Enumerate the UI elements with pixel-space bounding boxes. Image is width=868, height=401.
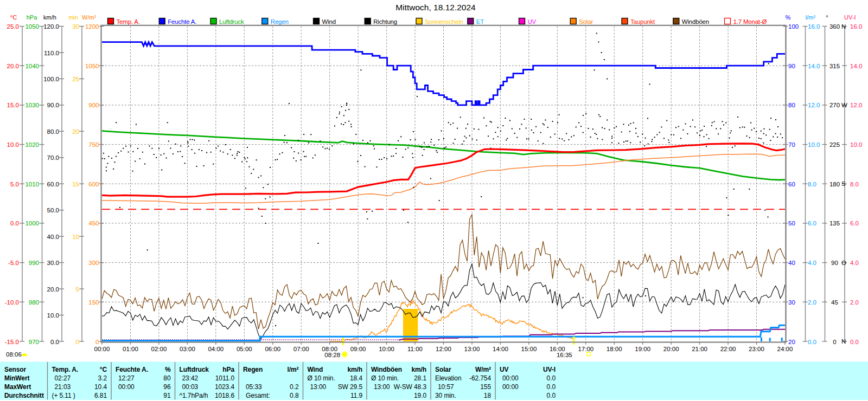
svg-text:13:00: 13:00 bbox=[374, 383, 390, 391]
svg-text:Temp. A.: Temp. A. bbox=[52, 366, 79, 373]
svg-text:15.0: 15.0 bbox=[7, 102, 19, 108]
svg-text:UV-I: UV-I bbox=[844, 14, 856, 21]
svg-text:Regen: Regen bbox=[243, 366, 263, 373]
svg-text:16.0: 16.0 bbox=[850, 23, 862, 30]
svg-text:16:35: 16:35 bbox=[557, 352, 572, 358]
svg-text:14.0: 14.0 bbox=[808, 63, 820, 69]
svg-text:Sensor: Sensor bbox=[4, 366, 27, 373]
svg-text:20: 20 bbox=[72, 128, 79, 135]
svg-text:20:00: 20:00 bbox=[663, 346, 679, 352]
svg-text:30: 30 bbox=[788, 299, 795, 306]
svg-text:Gesamt:: Gesamt: bbox=[246, 392, 270, 399]
svg-text:24:00: 24:00 bbox=[777, 346, 793, 352]
svg-text:70.0: 70.0 bbox=[47, 154, 59, 161]
svg-text:22:00: 22:00 bbox=[720, 346, 736, 352]
svg-text:0.0: 0.0 bbox=[10, 220, 19, 227]
svg-text:10.0: 10.0 bbox=[47, 312, 59, 319]
svg-text:1018.6: 1018.6 bbox=[215, 392, 235, 399]
svg-text:5.0: 5.0 bbox=[10, 181, 19, 187]
svg-text:900: 900 bbox=[88, 102, 99, 108]
svg-text:1040: 1040 bbox=[25, 63, 39, 69]
svg-text:17:00: 17:00 bbox=[578, 346, 593, 352]
svg-text:990: 990 bbox=[29, 260, 39, 266]
svg-text:Solar: Solar bbox=[579, 18, 593, 25]
svg-text:40.0: 40.0 bbox=[47, 234, 59, 240]
svg-text:O: O bbox=[841, 260, 846, 266]
svg-text:%: % bbox=[785, 14, 790, 21]
svg-text:03:00: 03:00 bbox=[180, 346, 195, 352]
svg-text:450: 450 bbox=[88, 220, 99, 227]
svg-text:Elevation: Elevation bbox=[435, 374, 461, 382]
svg-text:19.0: 19.0 bbox=[414, 392, 426, 399]
svg-text:Mittwoch, 18.12.2024: Mittwoch, 18.12.2024 bbox=[395, 3, 476, 12]
svg-text:4.0: 4.0 bbox=[808, 260, 816, 266]
svg-text:MaxWert: MaxWert bbox=[4, 383, 31, 391]
svg-text:km/h: km/h bbox=[347, 366, 362, 373]
svg-text:135: 135 bbox=[829, 220, 840, 227]
svg-text:8.0: 8.0 bbox=[808, 181, 816, 187]
svg-text:1050: 1050 bbox=[85, 63, 99, 69]
svg-text:225: 225 bbox=[829, 141, 840, 148]
svg-text:20: 20 bbox=[788, 339, 795, 345]
svg-text:0.2: 0.2 bbox=[290, 383, 299, 391]
svg-text:12.0: 12.0 bbox=[850, 102, 862, 108]
svg-text:60: 60 bbox=[788, 181, 795, 187]
svg-text:11.9: 11.9 bbox=[350, 392, 362, 399]
svg-text:90: 90 bbox=[788, 63, 795, 69]
svg-text:°C: °C bbox=[10, 14, 17, 21]
svg-text:Taupunkt: Taupunkt bbox=[630, 18, 655, 25]
svg-text:Windböen: Windböen bbox=[371, 366, 402, 373]
svg-text:14.0: 14.0 bbox=[850, 63, 862, 69]
svg-text:W-SW 48.3: W-SW 48.3 bbox=[394, 383, 427, 391]
svg-text:0.8: 0.8 bbox=[290, 392, 299, 399]
svg-text:360: 360 bbox=[829, 23, 840, 30]
svg-text:1023.4: 1023.4 bbox=[215, 383, 235, 391]
svg-text:5: 5 bbox=[76, 286, 79, 293]
svg-text:96: 96 bbox=[163, 383, 171, 391]
svg-text:28.1: 28.1 bbox=[414, 374, 426, 382]
svg-text:07:00: 07:00 bbox=[293, 346, 309, 352]
svg-text:1050: 1050 bbox=[25, 23, 39, 30]
svg-text:1010: 1010 bbox=[25, 181, 39, 187]
svg-text:1200: 1200 bbox=[85, 23, 99, 30]
svg-text:300: 300 bbox=[88, 260, 99, 266]
svg-text:10.0: 10.0 bbox=[808, 141, 820, 148]
svg-text:05:00: 05:00 bbox=[237, 346, 252, 352]
svg-text:1020: 1020 bbox=[25, 141, 39, 148]
svg-text:11:00: 11:00 bbox=[407, 346, 423, 352]
svg-text:110.0: 110.0 bbox=[44, 50, 59, 56]
svg-text:%: % bbox=[165, 366, 171, 373]
svg-text:-62.754: -62.754 bbox=[469, 374, 491, 382]
svg-text:10.0: 10.0 bbox=[7, 141, 19, 148]
svg-text:20.0: 20.0 bbox=[7, 63, 19, 69]
svg-text:Ø 10 min.: Ø 10 min. bbox=[308, 374, 335, 382]
svg-text:SW 29.5: SW 29.5 bbox=[338, 383, 363, 391]
svg-text:S: S bbox=[841, 180, 846, 187]
svg-text:Regen: Regen bbox=[271, 18, 289, 25]
svg-text:l/m²: l/m² bbox=[288, 366, 299, 373]
svg-text:Feuchte A.: Feuchte A. bbox=[116, 366, 148, 373]
svg-text:80: 80 bbox=[163, 374, 171, 382]
svg-text:Richtung: Richtung bbox=[373, 18, 397, 25]
svg-text:6.81: 6.81 bbox=[94, 392, 107, 399]
svg-text:Wind: Wind bbox=[308, 366, 323, 373]
svg-text:25.0: 25.0 bbox=[7, 23, 19, 30]
svg-text:km/h: km/h bbox=[43, 14, 56, 21]
svg-text:Luftdruck: Luftdruck bbox=[180, 366, 209, 373]
svg-text:MinWert: MinWert bbox=[4, 374, 30, 382]
svg-text:0.0: 0.0 bbox=[547, 392, 556, 399]
svg-text:0.0: 0.0 bbox=[547, 374, 556, 382]
svg-text:0.0: 0.0 bbox=[808, 339, 816, 345]
svg-text:91: 91 bbox=[163, 392, 171, 399]
svg-text:12.0: 12.0 bbox=[808, 102, 820, 108]
svg-text:W: W bbox=[841, 102, 847, 108]
svg-text:UV: UV bbox=[500, 366, 509, 373]
svg-text:Luftdruck: Luftdruck bbox=[219, 18, 244, 25]
svg-text:Solar: Solar bbox=[435, 366, 451, 373]
svg-text:100.0: 100.0 bbox=[43, 76, 59, 82]
svg-text:min: min bbox=[68, 14, 78, 21]
svg-text:l/m²: l/m² bbox=[806, 14, 816, 21]
svg-text:120.0: 120.0 bbox=[43, 23, 59, 30]
svg-text:90: 90 bbox=[831, 260, 838, 266]
svg-text:315: 315 bbox=[829, 63, 840, 69]
